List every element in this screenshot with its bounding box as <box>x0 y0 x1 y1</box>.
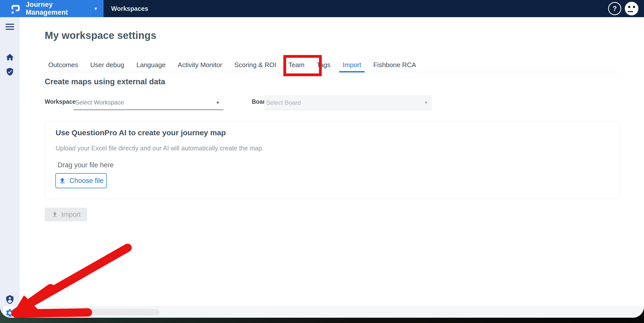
app-window: Journey Management ▾ Workspaces ? <box>0 0 644 318</box>
tab-fishbone-rca[interactable]: Fishbone RCA <box>370 58 419 72</box>
import-button-label: Import <box>61 211 81 219</box>
horizontal-scrollbar-thumb[interactable] <box>22 309 159 315</box>
workspace-select-placeholder: Select Workspace <box>75 99 124 106</box>
workspace-select[interactable]: Select Workspace ▾ <box>73 95 224 110</box>
board-select-placeholder: Select Board <box>266 99 301 106</box>
admin-user-icon <box>5 295 15 304</box>
chevron-down-icon: ▾ <box>425 100 427 105</box>
avatar-eye-icon <box>633 6 635 8</box>
nav-workspaces[interactable]: Workspaces <box>104 0 148 17</box>
card-description: Upload your Excel file directly and our … <box>56 145 264 152</box>
board-select[interactable]: Select Board ▾ <box>264 95 432 110</box>
settings-tab-bar: Outcomes User debug Language Activity Mo… <box>45 58 620 72</box>
section-title: Create maps using external data <box>45 77 165 86</box>
upload-icon <box>59 177 66 184</box>
choose-file-button[interactable]: Choose file <box>55 173 107 188</box>
sidebar-item-security[interactable] <box>0 67 20 76</box>
app-name: Journey Management <box>26 1 94 16</box>
topbar-right-group: ? <box>608 0 638 17</box>
footer-strip <box>20 306 644 318</box>
home-icon <box>5 53 14 62</box>
page-title: My workspace settings <box>45 30 156 41</box>
avatar-eye-icon <box>628 6 630 8</box>
settings-gear-icon <box>5 308 15 318</box>
card-title: Use QuestionPro AI to create your journe… <box>56 128 226 137</box>
ai-upload-card: Use QuestionPro AI to create your journe… <box>45 121 620 199</box>
upload-icon <box>51 211 58 218</box>
avatar-mouth-icon <box>628 11 633 12</box>
dropzone-label: Drag your file here <box>58 161 114 169</box>
sidebar-item-admin[interactable] <box>0 295 20 304</box>
sidebar <box>0 17 20 318</box>
tab-scoring-roi[interactable]: Scoring & ROI <box>231 58 280 72</box>
sidebar-item-settings[interactable] <box>3 306 17 318</box>
help-button[interactable]: ? <box>608 2 621 15</box>
menu-toggle-button[interactable] <box>0 24 20 30</box>
shield-check-icon <box>6 67 14 76</box>
tab-team[interactable]: Team <box>285 58 308 72</box>
chevron-down-icon: ▾ <box>94 6 97 12</box>
choose-file-label: Choose file <box>69 177 104 185</box>
main-content: My workspace settings Outcomes User debu… <box>20 17 644 318</box>
tab-user-debug[interactable]: User debug <box>87 58 128 72</box>
top-bar: Journey Management ▾ Workspaces ? <box>0 0 644 17</box>
workspace-label: Workspace <box>45 98 76 105</box>
user-avatar[interactable] <box>625 2 638 15</box>
tab-outcomes[interactable]: Outcomes <box>45 58 82 72</box>
tab-tags[interactable]: Tags <box>313 58 334 72</box>
tab-language[interactable]: Language <box>133 58 169 72</box>
app-switcher-button[interactable]: Journey Management ▾ <box>0 0 104 17</box>
tab-activity-monitor[interactable]: Activity Monitor <box>174 58 226 72</box>
chevron-down-icon: ▾ <box>216 100 219 105</box>
questionpro-logo-icon <box>10 3 21 14</box>
tab-import[interactable]: Import <box>339 58 365 72</box>
sidebar-item-home[interactable] <box>0 53 20 62</box>
import-button[interactable]: Import <box>45 208 87 221</box>
